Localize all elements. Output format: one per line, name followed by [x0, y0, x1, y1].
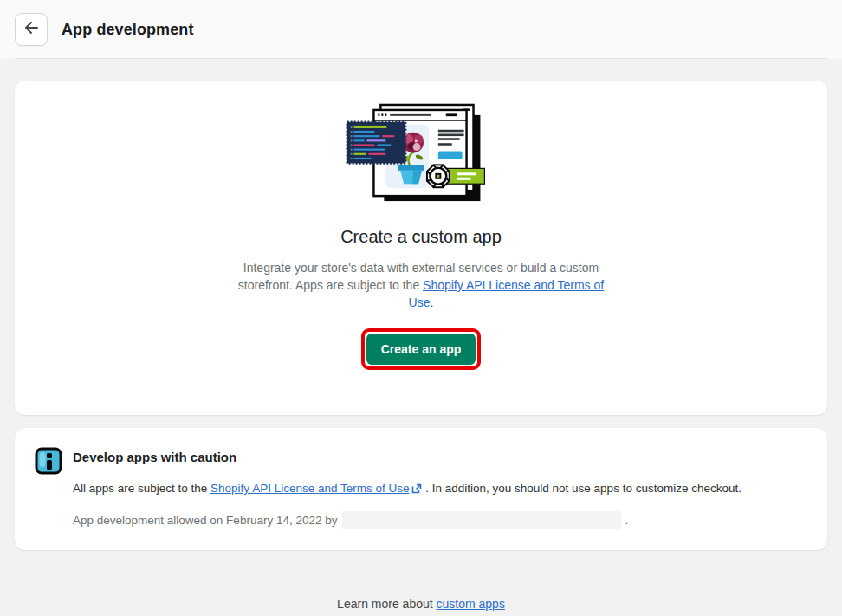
external-link-icon	[411, 482, 422, 498]
info-icon	[35, 447, 62, 475]
page-title: App development	[62, 21, 194, 39]
develop-caution-card: Develop apps with caution All apps are s…	[15, 428, 827, 550]
create-an-app-button[interactable]: Create an app	[366, 334, 476, 365]
main-content: Create a custom app Integrate your store…	[0, 81, 842, 611]
allowed-line: App development allowed on February 14, …	[73, 511, 806, 529]
terms-text-after: . In addition, you should not use apps t…	[422, 482, 741, 495]
terms-line: All apps are subject to the Shopify API …	[73, 480, 806, 498]
app-development-illustration	[339, 101, 503, 212]
red-annotation-box: Create an app	[361, 328, 482, 370]
gear-icon	[427, 165, 450, 187]
redacted-name-block	[342, 511, 621, 529]
custom-apps-link[interactable]: custom apps	[437, 597, 505, 611]
create-custom-app-card: Create a custom app Integrate your store…	[15, 81, 827, 415]
footer-text: Learn more about	[337, 597, 436, 611]
caution-content: Develop apps with caution All apps are s…	[73, 445, 806, 529]
page-header: App development	[0, 0, 842, 59]
allowed-text-period: .	[625, 512, 628, 529]
api-license-link[interactable]: Shopify API License and Terms of Use.	[409, 278, 605, 309]
create-app-description: Integrate your store's data with externa…	[237, 259, 605, 311]
create-app-heading: Create a custom app	[340, 224, 502, 249]
allowed-text: App development allowed on February 14, …	[73, 512, 337, 529]
terms-text-before: All apps are subject to the	[73, 482, 210, 495]
terms-link[interactable]: Shopify API License and Terms of Use	[210, 482, 409, 495]
back-arrow-icon	[23, 19, 40, 40]
page-footer: Learn more about custom apps	[15, 597, 827, 611]
app-development-page: App development	[0, 0, 842, 616]
caution-heading: Develop apps with caution	[73, 445, 806, 466]
back-button[interactable]	[15, 13, 48, 46]
